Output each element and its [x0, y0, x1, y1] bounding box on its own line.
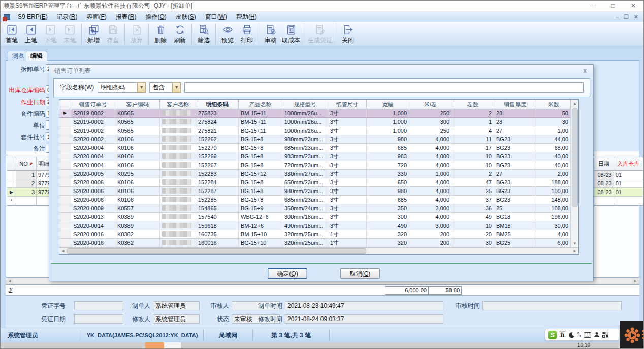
scroll-right-icon[interactable]: ► [571, 248, 578, 255]
column-header-销售厚度[interactable]: 销售厚度 [494, 100, 536, 109]
table-row[interactable]: S2019-0002K0565275821BG-15+111000mm/26u.… [59, 126, 571, 135]
column-header-纸管尺寸[interactable]: 纸管尺寸 [328, 100, 367, 109]
toolbar-refresh-button[interactable]: 刷新 [170, 22, 189, 45]
scroll-up-icon[interactable]: ▲ [571, 100, 578, 107]
scroll-down-icon[interactable]: ▼ [571, 240, 578, 247]
hscroll-thumb[interactable] [67, 248, 366, 254]
ime-wubi-icon[interactable]: 五 [559, 329, 566, 340]
table-row[interactable]: S2019-0002K0565275824BM-15+111000mm/26u.… [59, 118, 571, 126]
maximize-icon[interactable]: □ [603, 1, 623, 11]
right-grid-row[interactable]: 08-2301 [594, 179, 643, 188]
column-header-销售订单号[interactable]: 销售订单号 [71, 100, 115, 109]
column-header-米/卷[interactable]: 米/卷 [409, 100, 452, 109]
column-header-产品名称[interactable]: 产品名称 [239, 100, 282, 109]
table-row[interactable]: S2020-0014K0389159618BM-12+6490mm/18um..… [59, 221, 571, 230]
toolbar-trash-button[interactable]: 删除 [151, 22, 170, 45]
menu-item-报表[interactable]: 报表(R) [111, 12, 141, 22]
column-header-明细条码[interactable]: 明细条码 [37, 157, 50, 171]
left-grid-row[interactable]: * [7, 197, 50, 205]
table-row[interactable]: S2020-0016K0362160735BM-15+10320mm/25um.… [59, 230, 571, 239]
menu-item-记录[interactable]: 记录(R) [52, 12, 82, 22]
operator-combo[interactable]: 包含 ▼ [149, 82, 181, 93]
column-header-NO[interactable]: NO [16, 157, 37, 171]
cancel-button[interactable]: 取消(C) [340, 268, 380, 279]
right-grid-row[interactable]: 08-2301 [594, 171, 643, 179]
left-grid-row[interactable]: 197792 [7, 171, 50, 179]
menu-item-操作[interactable]: 操作(O) [141, 12, 171, 22]
overlay-app-tile[interactable] [620, 321, 644, 349]
table-vertical-scrollbar[interactable]: ▲ ▼ [571, 100, 578, 247]
scroll-left-icon[interactable]: ◄ [59, 248, 67, 255]
ime-moon-icon[interactable] [568, 332, 575, 338]
table-row[interactable]: S2020-0004K0106152269BG-15+8983mm/23um..… [59, 152, 571, 161]
table-row[interactable]: S2020-0002K0106152262BG-15+8980mm/23um..… [59, 135, 571, 144]
column-header-米数[interactable]: 米数 [536, 100, 571, 109]
scroll-right-icon[interactable]: ► [632, 278, 639, 284]
column-header-selector[interactable] [7, 157, 16, 171]
field-name-combo[interactable]: 明细条码 ▼ [98, 82, 146, 93]
menu-item-s9erp[interactable]: S9 ERP(E) [13, 12, 52, 22]
chevron-down-icon[interactable]: ▼ [172, 82, 181, 93]
left-grid-row[interactable]: 297792 [7, 179, 50, 188]
menu-item-帮助[interactable]: 帮助(H) [232, 12, 262, 22]
cell-客户名称 [160, 161, 196, 170]
row-selector [7, 179, 16, 188]
ime-keyboard-icon[interactable] [584, 332, 591, 338]
table-row[interactable]: S2020-0004K0106152270BG-15+8685mm/23um..… [59, 144, 571, 152]
toolbar-first-button[interactable]: 首笔 [2, 22, 21, 45]
column-header-客户名称[interactable]: 客户名称 [160, 100, 196, 109]
filter-value-input[interactable] [184, 82, 584, 93]
vscroll-thumb[interactable] [572, 108, 578, 207]
menu-item-界面[interactable]: 界面(F) [82, 12, 111, 22]
toolbar-audit-button[interactable]: 审核 [261, 22, 280, 45]
chevron-down-icon[interactable]: ▼ [137, 82, 146, 93]
table-row[interactable]: S2020-0013K0389157540WBG-12+6300mm/18um.… [59, 213, 571, 221]
column-header-明细条码[interactable]: 明细条码 [196, 100, 239, 109]
table-row[interactable]: S2020-0006K0106152287BG-15+8980mm/23um..… [59, 187, 571, 196]
right-grid-row[interactable]: 08-2301 [594, 188, 643, 197]
toolbar-preview-button[interactable]: 预览 [218, 22, 237, 45]
toolbar-add-button[interactable]: 新增 [84, 22, 103, 45]
taskbar-item-active[interactable] [145, 342, 164, 349]
table-row[interactable]: S2020-0006K0106152284BG-15+8650mm/23um..… [59, 178, 571, 187]
column-header-卷数[interactable]: 卷数 [452, 100, 494, 109]
table-row[interactable]: S2020-0004K0106152267BG-15+8720mm/23um..… [59, 161, 571, 170]
column-header-客户编码[interactable]: 客户编码 [115, 100, 160, 109]
ime-logo-icon[interactable]: S [548, 331, 557, 339]
ime-toolbox-icon[interactable] [602, 332, 608, 338]
column-header-宽幅[interactable]: 宽幅 [367, 100, 409, 109]
dialog-close-icon[interactable]: x [582, 67, 588, 74]
ime-punct-icon[interactable]: °, [577, 329, 581, 340]
left-grid-row[interactable]: ▶397792 [7, 188, 50, 197]
table-row[interactable]: S2020-0016K0362160016BG-15+10320mm/25um.… [59, 239, 571, 247]
cell-明细条码: 157540 [196, 213, 239, 221]
column-header-selector[interactable] [59, 100, 71, 109]
menu-item-皮肤[interactable]: 皮肤(S) [171, 12, 201, 22]
tab-edit[interactable]: 编辑 [26, 51, 47, 61]
ime-user-icon[interactable] [594, 332, 600, 338]
mdi-minimize-icon[interactable]: – [616, 14, 619, 20]
column-header-规格型号[interactable]: 规格型号 [282, 100, 328, 109]
dialog-titlebar[interactable]: 销售订单列表 x [49, 65, 593, 77]
mdi-close-icon[interactable]: ✕ [634, 14, 638, 20]
toolbar-print-button[interactable]: 打印 [237, 22, 256, 45]
ok-button[interactable]: 确定(Q) [268, 268, 307, 279]
minimize-icon[interactable]: — [583, 1, 603, 11]
toolbar-filter-button[interactable]: 筛选 [194, 22, 213, 45]
scroll-left-icon[interactable]: ◄ [6, 278, 13, 284]
table-row[interactable]: S2020-0009K0557154865BG-15+9350mm/24um..… [59, 204, 571, 213]
column-header-日期[interactable]: 日期 [594, 157, 614, 171]
taskbar-item[interactable] [164, 342, 181, 349]
table-row[interactable]: S2020-0005K0295152283BG-15+12330mm/27um.… [59, 170, 571, 178]
toolbar-prev-button[interactable]: 上笔 [21, 22, 41, 45]
toolbar-exit-button[interactable]: 关闭 [338, 22, 358, 45]
column-header-入库仓库[interactable]: 入库仓库 [614, 157, 643, 171]
right-grid-row[interactable] [594, 197, 643, 205]
table-row[interactable]: S2020-0006K0106152285BG-15+8685mm/23um..… [59, 196, 571, 204]
mdi-restore-icon[interactable]: ❐ [624, 14, 629, 20]
toolbar-cost-button[interactable]: 取成本 [280, 22, 302, 45]
table-row[interactable]: ▶S2019-0002K0565275823BM-15+111000mm/26u… [59, 109, 571, 118]
table-horizontal-scrollbar[interactable]: ◄ ► [59, 247, 578, 255]
close-icon[interactable]: ✕ [623, 1, 643, 11]
menu-item-窗口[interactable]: 窗口(W) [201, 12, 232, 22]
